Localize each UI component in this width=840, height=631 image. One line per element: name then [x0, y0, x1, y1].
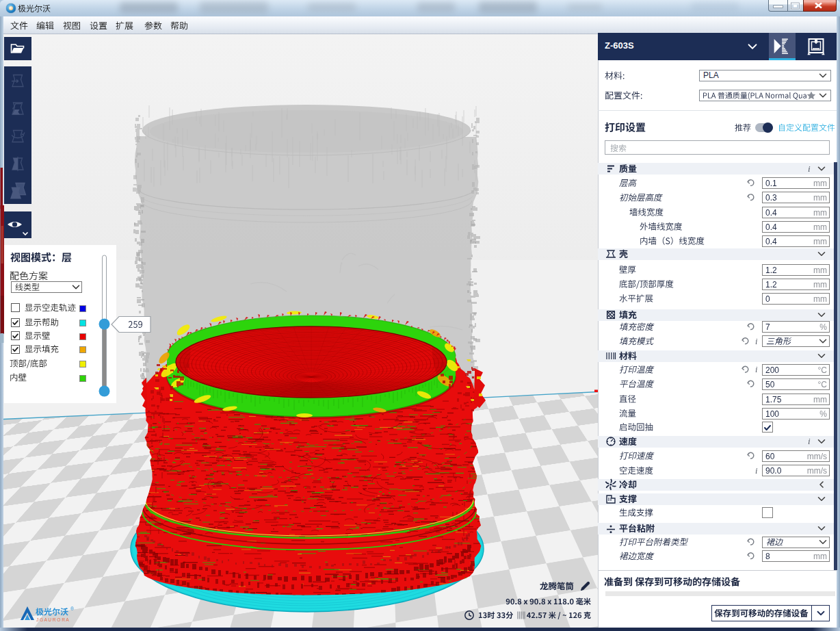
svg-text:i: i [808, 164, 811, 174]
svg-text:i: i [755, 365, 758, 374]
svg-text:i: i [755, 337, 758, 346]
svg-text:i: i [755, 466, 758, 476]
svg-text:i: i [808, 436, 811, 446]
